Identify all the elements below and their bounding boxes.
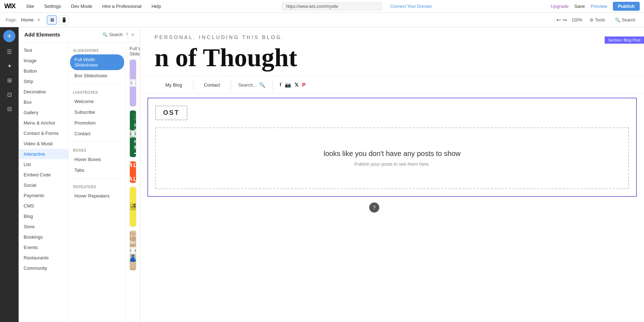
twitter-icon[interactable]: 𝕏 xyxy=(294,82,298,88)
section-blog-post-badge: Section: Blog Post xyxy=(605,36,644,44)
sidebar-layers-icon[interactable]: ⊟ xyxy=(2,102,16,115)
nav-item-video-music[interactable]: Video & Music xyxy=(19,138,68,149)
nav-item-strip[interactable]: Strip xyxy=(19,76,68,87)
section-label-repeaters: REPEATERS xyxy=(69,181,126,190)
nav-item-cms[interactable]: CMS xyxy=(19,201,68,211)
nav-item-payments[interactable]: Payments xyxy=(19,190,68,201)
icon-sidebar: + ☰ ✦ ⊞ ⊡ ⊟ xyxy=(0,27,19,322)
media-icon: ⊡ xyxy=(7,91,12,98)
slideshow-preview-designer[interactable]: ← HI! I'M a graphic DESIGNER FROM THE U.… xyxy=(130,187,136,227)
canvas-inner: Section: Blog Post PERSONAL. INCLUDING T… xyxy=(140,27,644,322)
search-icon: 🔍 xyxy=(615,18,620,23)
sub-item-subscribe[interactable]: Subscribe xyxy=(70,107,124,117)
publish-button[interactable]: Publish xyxy=(613,2,640,11)
search-button[interactable]: 🔍 Search xyxy=(612,18,638,23)
save-button[interactable]: Save xyxy=(574,4,585,9)
canvas-social: f 📷 𝕏 P xyxy=(273,80,313,90)
section-label-boxes: BOXES xyxy=(69,145,126,154)
sub-item-promotion[interactable]: Promotion xyxy=(70,118,124,128)
desktop-icon: 🖥 xyxy=(50,17,54,23)
page-chevron-icon[interactable]: ▾ xyxy=(38,18,40,22)
nav-item-text[interactable]: Text xyxy=(19,45,68,55)
canvas-nav-contact[interactable]: Contact xyxy=(193,80,231,90)
sidebar-pages-icon[interactable]: ☰ xyxy=(2,45,16,58)
panel-help-button[interactable]: ? xyxy=(126,32,128,37)
panel-search-button[interactable]: 🔍 Search xyxy=(102,32,123,37)
nav-item-restaurants[interactable]: Restaurants xyxy=(19,253,68,263)
canvas-nav-search[interactable]: Search... 🔍 xyxy=(231,80,272,90)
nav-item-community[interactable]: Community xyxy=(19,263,68,273)
nav-item-contact-forms[interactable]: Contact & Forms xyxy=(19,128,68,138)
search-icon: 🔍 xyxy=(259,82,265,88)
desktop-view-button[interactable]: 🖥 xyxy=(47,15,57,25)
help-badge[interactable]: ? xyxy=(369,203,379,213)
nav-item-events[interactable]: Events xyxy=(19,242,68,253)
canvas-nav: My Blog Contact Search... 🔍 f 📷 𝕏 P xyxy=(140,75,644,94)
nav-item-button[interactable]: Button xyxy=(19,66,68,76)
nav-item-gallery[interactable]: Gallery xyxy=(19,107,68,118)
nav-item-social[interactable]: Social xyxy=(19,180,68,190)
zoom-level: 100% xyxy=(571,18,582,23)
nav-item-bookings[interactable]: Bookings xyxy=(19,232,68,242)
left-nav: Text Image Button Strip Decorative Box G… xyxy=(19,42,69,322)
nav-item-interactive[interactable]: Interactive xyxy=(19,149,68,159)
panel-content: Text Image Button Strip Decorative Box G… xyxy=(19,42,140,322)
section-label-lightboxes: LIGHTBOXES xyxy=(69,87,126,96)
connect-domain-link[interactable]: Connect Your Domain xyxy=(390,4,432,9)
slideshow-preview-sale[interactable]: SALE • SALE • SALE • SALE xyxy=(130,161,136,183)
slideshow-preview-collection[interactable]: ‹ A Whole New Collection 👗 › xyxy=(130,230,136,270)
nav-item-list[interactable]: List xyxy=(19,159,68,170)
tools-icon: ⚙ xyxy=(590,18,594,23)
panel-header: Add Elements 🔍 Search ? × xyxy=(19,27,140,42)
sub-item-full-width-slideshows[interactable]: Full Width Slideshows xyxy=(70,54,124,70)
wix-logo: WIX xyxy=(4,3,15,10)
mobile-view-button[interactable]: 📱 xyxy=(59,15,69,25)
pinterest-icon[interactable]: P xyxy=(302,82,305,88)
preview-section-title: Full Width Slideshows xyxy=(130,46,140,57)
facebook-icon[interactable]: f xyxy=(280,82,282,88)
nav-dev-mode[interactable]: Dev Mode xyxy=(69,4,94,9)
nav-help[interactable]: Help xyxy=(149,4,163,9)
add-elements-button[interactable]: + xyxy=(3,30,15,42)
sub-item-welcome[interactable]: Welcome xyxy=(70,96,124,107)
sub-item-contact[interactable]: Contact xyxy=(70,128,124,139)
nav-item-embed-code[interactable]: Embed Code xyxy=(19,170,68,180)
nav-item-box[interactable]: Box xyxy=(19,97,68,107)
nav-item-store[interactable]: Store xyxy=(19,221,68,232)
nav-site[interactable]: Site xyxy=(24,4,36,9)
nav-item-image[interactable]: Image xyxy=(19,55,68,66)
sub-item-hover-repeaters[interactable]: Hover Repeaters xyxy=(70,191,124,201)
redo-button[interactable]: ↪ xyxy=(562,17,567,23)
instagram-icon[interactable]: 📷 xyxy=(285,82,291,88)
layers-icon: ⊟ xyxy=(7,106,12,112)
nav-settings[interactable]: Settings xyxy=(42,4,63,9)
upgrade-button[interactable]: Upgrade xyxy=(551,4,569,9)
sub-item-hover-boxes[interactable]: Hover Boxes xyxy=(70,154,124,165)
nav-item-blog[interactable]: Blog xyxy=(19,211,68,221)
panel-close-button[interactable]: × xyxy=(131,31,134,38)
apps-icon: ⊞ xyxy=(7,77,12,84)
slideshow-preview-get-fit[interactable]: ‹ GET fit Start Today xyxy=(130,59,136,107)
blog-content-area: looks like you don't have any posts to s… xyxy=(155,127,629,189)
sub-item-tabs[interactable]: Tabs xyxy=(70,165,124,175)
canvas-nav-myblog[interactable]: My Blog xyxy=(155,80,193,90)
preview-button[interactable]: Preview xyxy=(591,4,607,9)
canvas-header-text: PERSONAL. INCLUDING THIS BLOG. xyxy=(140,27,644,44)
nav-item-menu-anchor[interactable]: Menu & Anchor xyxy=(19,118,68,128)
section-label-slideshows: SLIDESHOWS xyxy=(69,45,126,54)
post-label-box: OST xyxy=(155,106,187,120)
sidebar-apps-icon[interactable]: ⊞ xyxy=(2,74,16,87)
sub-item-box-slideshows[interactable]: Box Slideshows xyxy=(70,70,124,81)
sidebar-design-icon[interactable]: ✦ xyxy=(2,59,16,72)
nav-hire[interactable]: Hire a Professional xyxy=(100,4,144,9)
sidebar-media-icon[interactable]: ⊡ xyxy=(2,88,16,101)
post-label: OST xyxy=(163,109,180,116)
slideshow-preview-home-bar[interactable]: ‹ ISSUE NO. 9 HOW TOSTOCK YOURHome Bar xyxy=(130,110,136,157)
page-name[interactable]: Home xyxy=(21,17,34,23)
nav-item-decorative[interactable]: Decorative xyxy=(19,87,68,97)
secondary-toolbar: Page: Home ▾ 🖥 📱 ↩ ↪ 100% ⚙ Tools 🔍 Sear… xyxy=(0,13,644,27)
canvas-big-text: n of Thought xyxy=(140,44,644,72)
undo-button[interactable]: ↩ xyxy=(556,17,561,23)
tools-button[interactable]: ⚙ Tools xyxy=(587,18,608,23)
preview-area: Full Width Slideshows ℹ ‹ GET fit Start … xyxy=(126,42,140,322)
